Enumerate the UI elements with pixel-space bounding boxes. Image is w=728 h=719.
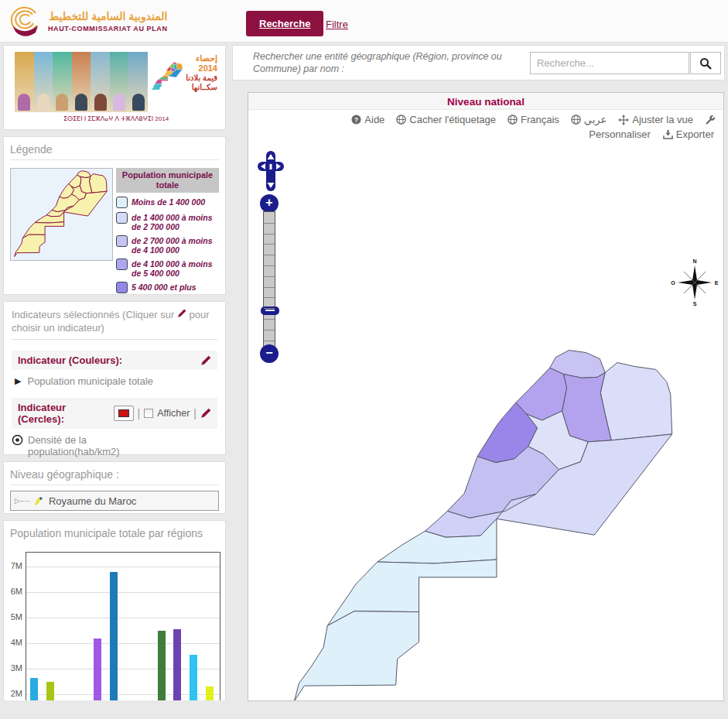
zoom-tick (264, 276, 275, 277)
zoom-tick (264, 330, 275, 330)
logo-title-arabic: المندوبية السامية للتخطيط (48, 9, 168, 23)
pencil-icon (177, 309, 186, 318)
photo-strip-6 (110, 52, 129, 112)
chart-gridline (26, 618, 220, 618)
legend-class-label: de 1 400 000 à moins de 2 700 000 (132, 212, 219, 231)
aide-button[interactable]: ? Aide (351, 114, 385, 125)
chart-bar-2[interactable] (46, 682, 54, 700)
lang-francais-button[interactable]: Français (508, 114, 559, 125)
mosaic-region-12 (152, 84, 162, 91)
person-silhouette (94, 94, 107, 111)
tab-recherche[interactable]: Recherche (246, 11, 323, 36)
zoom-track[interactable] (263, 211, 275, 351)
ajuster-vue-label: Ajuster la vue (632, 114, 693, 125)
exporter-button[interactable]: Exporter (663, 128, 714, 140)
census-photo-collage (15, 52, 148, 112)
afficher-label: Afficher (157, 408, 190, 419)
circle-color-button[interactable] (114, 406, 134, 421)
divider: | (193, 407, 197, 419)
edit-circles-pencil-icon[interactable] (200, 408, 211, 419)
chart-bar-11[interactable] (190, 655, 197, 700)
zoom-tick (264, 297, 275, 298)
tab-filtre[interactable]: Filtre (326, 19, 348, 30)
search-label: Rechercher une entité géographique (Régi… (253, 50, 524, 75)
indicator-circles-label: Indicateur (Cercles): (18, 402, 114, 425)
map-pen-icon (32, 495, 44, 507)
triangle-right-icon[interactable]: ▶ (15, 375, 21, 387)
personnaliser-label: Personnaliser (589, 128, 651, 140)
chart-bar-6[interactable] (110, 572, 118, 700)
indicator-colors-value: Population municipale totale (27, 375, 153, 387)
globe-icon (571, 115, 581, 125)
move-arrows-icon (618, 115, 629, 125)
indicators-panel: Indicateurs sélectionnés (Cliquer sur po… (3, 301, 226, 455)
chart-bar-1[interactable] (30, 678, 38, 700)
divider: | (138, 407, 141, 419)
legend-class-row-4: de 4 100 000 à moins de 5 400 000 (116, 258, 219, 278)
ajuster-vue-button[interactable]: Ajuster la vue (618, 114, 693, 125)
pan-control[interactable] (258, 151, 284, 191)
chart-bar-5[interactable] (94, 639, 101, 700)
minimap-region-2 (89, 174, 107, 193)
person-silhouette (132, 94, 145, 111)
chart-ytick-label: 7M (4, 561, 22, 570)
lang-arabe-label: عربي (584, 114, 607, 125)
legend-class-label: Moins de 1 400 000 (132, 197, 205, 207)
search-button[interactable] (690, 52, 721, 74)
hcp-logo-icon (6, 2, 43, 39)
tree-dots (21, 501, 30, 502)
search-icon (699, 57, 712, 70)
zoom-tick (264, 234, 275, 235)
chart-gridline (26, 643, 220, 644)
map-canvas[interactable]: + − N S E (248, 149, 723, 700)
zoom-tick (264, 341, 275, 341)
bar-chart (26, 552, 220, 700)
geo-tree-item-royaume[interactable]: ▷ Royaume du Maroc (10, 491, 219, 511)
regions-chart-panel: Population municipale totale par régions… (3, 520, 226, 700)
cacher-etiquetage-label: Cacher l'étiquetage (409, 114, 496, 125)
person-silhouette (56, 94, 68, 111)
map-toolbar-row1: ? Aide Cacher l'étiquetage Français عربي… (248, 110, 723, 125)
search-input[interactable] (530, 52, 689, 74)
legend-swatch (116, 197, 128, 208)
app-header: المندوبية السامية للتخطيط HAUT-COMMISSAR… (0, 0, 728, 43)
map-region-12[interactable] (294, 611, 419, 700)
legend-class-label: de 4 100 000 à moins de 5 400 000 (132, 258, 219, 278)
lang-arabe-button[interactable]: عربي (571, 114, 607, 125)
photo-strip-4 (72, 52, 91, 112)
zoom-in-button[interactable]: + (260, 194, 279, 213)
legend-title: Légende (10, 137, 219, 160)
afficher-checkbox[interactable] (144, 409, 153, 418)
indicator-colors-value-row: ▶ Population municipale totale (4, 370, 225, 390)
cacher-etiquetage-button[interactable]: Cacher l'étiquetage (396, 114, 496, 125)
help-icon: ? (351, 115, 361, 125)
chart-bar-12[interactable] (206, 686, 214, 700)
zoom-tick (264, 244, 275, 245)
tree-expander-icon[interactable]: ▷ (15, 497, 20, 505)
map-level-title: Niveau national (248, 93, 723, 110)
radio-dot-icon[interactable] (12, 434, 23, 446)
chart-bar-9[interactable] (158, 631, 166, 700)
settings-wrench-button[interactable] (705, 115, 716, 125)
zoom-out-button[interactable]: − (260, 344, 279, 363)
indicator-colors-label: Indicateur (Couleurs): (18, 354, 122, 366)
photo-strip-1 (15, 52, 34, 112)
edit-colors-pencil-icon[interactable] (200, 355, 211, 366)
legend-swatch (116, 258, 128, 270)
personnaliser-button[interactable]: Personnaliser (589, 128, 651, 140)
person-silhouette (75, 94, 87, 111)
banner-tifinagh-caption: ⵉⵙⵉⴹⵏ ⵏ ⵉⵎⵣⴷⴰⵖ ⴷ ⵜⵣⴷⴷⵓⵖⵉⵏ 2014 (15, 112, 217, 122)
chart-bar-10[interactable] (173, 629, 181, 700)
map-region-2[interactable] (600, 362, 672, 440)
legend-classes: Population municipale totale Moins de 1 … (116, 168, 219, 293)
chart-ytick-label: 2M (4, 689, 22, 698)
legend-class-row-1: Moins de 1 400 000 (116, 197, 219, 208)
compass-o-label: O (671, 280, 675, 286)
census-banner: إحصاء 2014 قيمة بلادنا سكــانها ⵉⵙⵉⴹⵏ ⵏ … (3, 45, 226, 130)
indicator-circles-row: Indicateur (Cercles): | Afficher | (12, 398, 217, 429)
geo-level-title: Niveau géographique : (10, 462, 219, 485)
chart-title: Population municipale totale par régions (10, 521, 219, 543)
compass-n-label: N (692, 258, 696, 264)
chart-ytick-label: 4M (4, 638, 22, 647)
morocco-map[interactable] (248, 149, 723, 700)
